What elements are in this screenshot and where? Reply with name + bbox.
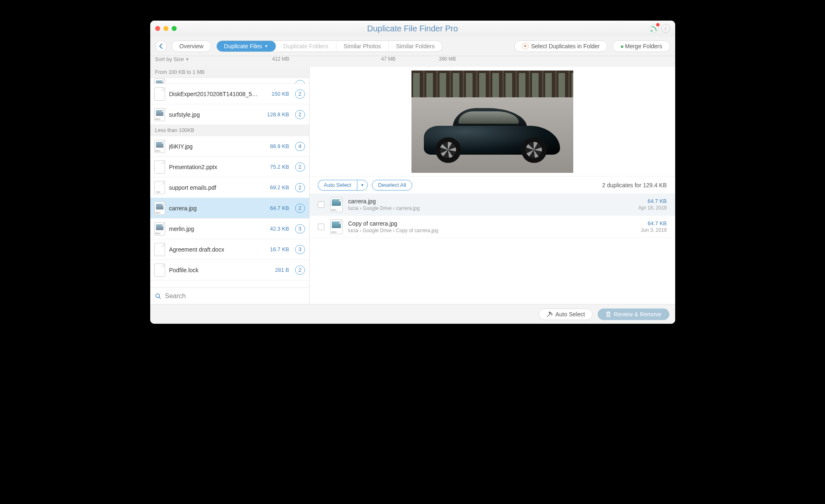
search-icon — [155, 293, 161, 299]
titlebar: Duplicate File Finder Pro i — [150, 21, 675, 36]
segment-size-label: 390 MB — [439, 56, 456, 62]
checkbox[interactable] — [318, 224, 324, 230]
jpeg-icon — [154, 108, 165, 121]
list-item[interactable]: Podfile.lock281 B2 — [150, 260, 309, 280]
duplicate-name: Copy of carrera.jpg — [348, 220, 635, 227]
tab-similar-folders[interactable]: Similar Folders — [389, 41, 442, 52]
info-icon[interactable]: i — [661, 24, 670, 33]
list-item[interactable]: support emails.pdf69.2 KB2 — [150, 177, 309, 198]
chevron-down-icon: ▼ — [186, 57, 189, 61]
merge-icon: ››› — [620, 43, 622, 49]
auto-select-split-button[interactable]: Auto Select ▼ — [318, 180, 368, 191]
notification-dot-icon — [656, 23, 660, 26]
duplicate-row[interactable]: Copy of carrera.jpglucia › Google Drive … — [310, 216, 675, 238]
count-badge: 2 — [295, 89, 305, 99]
category-segmented-control: Duplicate Files▼Duplicate FoldersSimilar… — [216, 40, 442, 52]
file-size: 75.2 KB — [270, 164, 289, 170]
list-item[interactable]: merlin.jpg42.3 KB3 — [150, 219, 309, 239]
main-area: From 100 KB to 1 MBDiskExpert20170206T14… — [150, 67, 675, 304]
file-size: 16.7 KB — [270, 246, 289, 252]
window-title: Duplicate File Finder Pro — [150, 24, 675, 33]
chevron-left-icon — [159, 43, 163, 49]
list-item[interactable]: Presentation2.pptx75.2 KB2 — [150, 157, 309, 177]
sort-dropdown[interactable]: Sort by Size ▼ — [155, 56, 189, 62]
list-item[interactable]: j6iKIY.jpg88.9 KB4 — [150, 136, 309, 157]
back-button[interactable] — [155, 40, 167, 52]
chevron-down-icon[interactable]: ▼ — [357, 180, 368, 191]
file-name: carrera.jpg — [169, 205, 266, 212]
sizes-row: Sort by Size ▼ 412 MB47 MB390 MB — [150, 56, 675, 67]
count-badge: 3 — [295, 224, 305, 233]
tab-label: Duplicate Files — [224, 43, 262, 49]
merge-label: Merge Folders — [625, 43, 662, 49]
target-icon — [522, 43, 529, 49]
tab-duplicate-folders: Duplicate Folders — [276, 41, 336, 52]
auto-select-label: Auto Select — [324, 182, 352, 188]
footer: Auto Select Review & Remove — [150, 304, 675, 324]
duplicate-size: 64.7 KB — [648, 220, 667, 226]
jpeg-icon — [154, 140, 165, 153]
list-item[interactable]: carrera.jpg64.7 KB2 — [150, 198, 309, 219]
file-name: j6iKIY.jpg — [169, 143, 266, 150]
footer-auto-select-label: Auto Select — [556, 311, 585, 318]
updates-icon[interactable] — [650, 24, 659, 33]
file-size: 69.2 KB — [270, 184, 289, 191]
duplicate-path: lucia › Google Drive › carrera.jpg — [348, 205, 633, 211]
count-badge: 3 — [295, 245, 305, 254]
preview-image — [411, 71, 573, 173]
duplicates-list: carrera.jpglucia › Google Drive › carrer… — [310, 193, 675, 304]
duplicate-path: lucia › Google Drive › Copy of carrera.j… — [348, 228, 635, 233]
file-name: surfstyle.jpg — [169, 111, 263, 118]
search-row[interactable]: Search — [150, 287, 309, 304]
list-item[interactable]: DiskExpert20170206T141008_5…150 KB2 — [150, 84, 309, 104]
pdf-icon — [154, 181, 165, 194]
tab-similar-photos[interactable]: Similar Photos — [336, 41, 389, 52]
group-header: From 100 KB to 1 MB — [150, 67, 309, 78]
wand-icon — [546, 311, 553, 318]
close-window-button[interactable] — [155, 26, 160, 31]
list-item[interactable]: surfstyle.jpg128.8 KB2 — [150, 104, 309, 125]
select-duplicates-folder-button[interactable]: Select Duplicates in Folder — [514, 40, 608, 52]
tab-duplicate-files[interactable]: Duplicate Files▼ — [217, 41, 276, 52]
duplicate-row[interactable]: carrera.jpglucia › Google Drive › carrer… — [310, 193, 675, 216]
count-badge: 2 — [295, 183, 305, 192]
checkbox[interactable] — [318, 201, 324, 208]
svg-point-0 — [156, 294, 159, 297]
duplicates-summary: 2 duplicates for 129.4 KB — [602, 182, 667, 188]
duplicate-date: Jun 3, 2019 — [641, 227, 667, 233]
chevron-down-icon: ▼ — [265, 44, 268, 48]
zoom-window-button[interactable] — [172, 26, 177, 31]
doc-icon — [154, 87, 165, 101]
file-name: Agreement draft.docx — [169, 246, 266, 253]
doc-icon — [154, 160, 165, 174]
overview-button[interactable]: Overview — [172, 40, 211, 52]
list-item[interactable] — [150, 78, 309, 84]
preview-area — [310, 67, 675, 176]
deselect-all-label: Deselect All — [378, 182, 406, 188]
toolbar: Overview Duplicate Files▼Duplicate Folde… — [150, 36, 675, 56]
merge-folders-button[interactable]: ››› Merge Folders — [612, 40, 670, 52]
file-name: merlin.jpg — [169, 226, 266, 232]
doc-icon — [154, 264, 165, 277]
file-list[interactable]: From 100 KB to 1 MBDiskExpert20170206T14… — [150, 67, 309, 287]
trash-icon — [605, 311, 611, 318]
duplicate-name: carrera.jpg — [348, 198, 633, 205]
deselect-all-button[interactable]: Deselect All — [372, 180, 412, 191]
footer-auto-select-button[interactable]: Auto Select — [539, 309, 593, 320]
overview-label: Overview — [180, 43, 203, 49]
file-name: Presentation2.pptx — [169, 164, 266, 170]
segment-size-label: 412 MB — [272, 56, 289, 62]
app-window: Duplicate File Finder Pro i Overview Dup… — [150, 21, 675, 324]
file-size: 64.7 KB — [270, 205, 289, 211]
svg-line-1 — [159, 297, 161, 299]
count-badge: 2 — [295, 163, 305, 172]
file-size: 42.3 KB — [270, 226, 289, 232]
tab-label: Duplicate Folders — [284, 43, 329, 49]
review-remove-button[interactable]: Review & Remove — [598, 309, 669, 320]
list-item[interactable]: Agreement draft.docx16.7 KB3 — [150, 239, 309, 260]
duplicate-date: Apr 18, 2019 — [638, 205, 667, 211]
count-badge: 2 — [295, 266, 305, 275]
minimize-window-button[interactable] — [163, 26, 168, 31]
group-header: Less than 100KB — [150, 125, 309, 136]
count-badge: 2 — [295, 204, 305, 213]
